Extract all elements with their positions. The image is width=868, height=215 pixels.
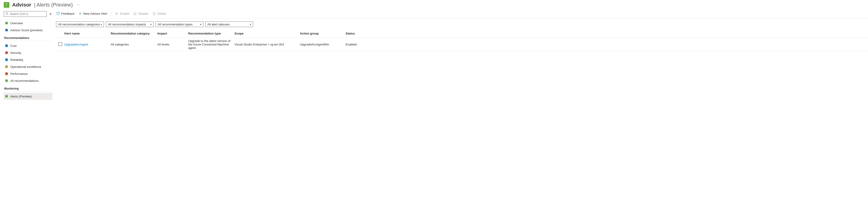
- trash-icon: [152, 12, 156, 15]
- svg-rect-3: [5, 29, 8, 32]
- col-scope[interactable]: Scope: [235, 32, 300, 35]
- page-header: ! Advisor | Alerts (Preview) ···: [0, 0, 868, 9]
- enable-button: Enable: [115, 12, 129, 15]
- cell-rec-type: Upgrade to the latest version of the Azu…: [188, 39, 235, 50]
- sidebar-item-label: Operational excellence: [10, 65, 41, 69]
- toolbar-separator: [111, 12, 111, 16]
- play-icon: [115, 12, 119, 15]
- advisor-icon: !: [4, 2, 9, 8]
- nav-icon: [5, 44, 8, 47]
- svg-rect-6: [5, 59, 8, 61]
- filter-type[interactable]: All recommendation types ▾: [156, 22, 204, 27]
- sidebar-item-performance[interactable]: Performance: [4, 70, 52, 77]
- nav-icon: [5, 28, 8, 32]
- plus-icon: [78, 12, 82, 15]
- row-checkbox[interactable]: [58, 42, 62, 46]
- col-impact[interactable]: Impact: [157, 32, 188, 35]
- filter-bar: All recommendation categories ▾ All reco…: [56, 19, 868, 29]
- delete-button: Delete: [152, 12, 166, 15]
- svg-line-15: [134, 13, 136, 14]
- table-row[interactable]: UpgradeArcAgentAll categoriesAll levelsU…: [56, 38, 868, 51]
- nav-icon: [5, 65, 8, 69]
- table-header: Alert name Recommendation category Impac…: [56, 29, 868, 38]
- svg-rect-16: [153, 13, 155, 15]
- chevron-down-icon: ▾: [250, 23, 251, 26]
- sidebar-item-label: Cost: [10, 44, 17, 47]
- disable-button: Disable: [133, 12, 148, 15]
- sidebar-section-recommendations: Recommendations: [4, 36, 52, 41]
- svg-rect-5: [5, 51, 8, 54]
- svg-rect-7: [5, 66, 8, 68]
- svg-rect-4: [5, 44, 8, 47]
- svg-rect-9: [5, 79, 8, 82]
- filter-category[interactable]: All recommendation categories ▾: [56, 22, 104, 27]
- cell-status: Enabled: [346, 43, 367, 46]
- svg-line-1: [7, 14, 8, 15]
- sidebar-item-label: Security: [10, 51, 21, 55]
- feedback-button[interactable]: Feedback: [56, 12, 74, 15]
- toolbar: Feedback New Advisor Alert Enable Disabl: [56, 9, 868, 19]
- collapse-sidebar-button[interactable]: [49, 12, 52, 16]
- chevron-down-icon: ▾: [150, 23, 152, 26]
- col-action-group[interactable]: Action group: [300, 32, 346, 35]
- cell-scope: Visual Studio Enterprise > rg-arc-001: [235, 43, 300, 46]
- svg-marker-13: [116, 12, 118, 15]
- nav-icon: [5, 79, 8, 82]
- nav-icon: [5, 51, 8, 55]
- page-title: | Alerts (Preview): [34, 2, 73, 8]
- cell-impact: All levels: [157, 43, 188, 46]
- service-name: Advisor: [12, 2, 31, 8]
- more-icon[interactable]: ···: [76, 3, 81, 7]
- search-input[interactable]: [4, 11, 47, 17]
- search-icon: [5, 12, 8, 16]
- new-advisor-alert-button[interactable]: New Advisor Alert: [78, 12, 107, 15]
- svg-point-0: [6, 12, 8, 14]
- sidebar-item-label: Overview: [10, 22, 23, 25]
- sidebar-item-label: Performance: [10, 72, 28, 76]
- cell-category: All categories: [111, 43, 157, 46]
- nav-icon: [5, 72, 8, 76]
- col-alert-name[interactable]: Alert name: [64, 32, 111, 35]
- filter-status[interactable]: All alert statuses ▾: [205, 22, 253, 27]
- sidebar-item-label: Alerts (Preview): [10, 95, 32, 98]
- sidebar: OverviewAdvisor Score (preview) Recommen…: [0, 9, 52, 100]
- svg-rect-2: [5, 22, 8, 25]
- alert-name-link[interactable]: UpgradeArcAgent: [64, 43, 88, 46]
- svg-rect-10: [5, 95, 8, 98]
- sidebar-item-label: Reliability: [10, 58, 23, 62]
- sidebar-item-all-recommendations[interactable]: All recommendations: [4, 77, 52, 84]
- chevron-down-icon: ▾: [101, 23, 102, 26]
- nav-icon: [5, 21, 8, 25]
- cell-action-group: UpgradeArcAgentWin: [300, 43, 346, 46]
- sidebar-item-reliability[interactable]: Reliability: [4, 56, 52, 63]
- nav-icon: [5, 95, 8, 98]
- chevron-down-icon: ▾: [200, 23, 201, 26]
- filter-impact[interactable]: All recommendation impacts ▾: [106, 22, 154, 27]
- sidebar-item-operational-excellence[interactable]: Operational excellence: [4, 63, 52, 70]
- sidebar-item-alerts-preview-[interactable]: Alerts (Preview): [4, 93, 52, 100]
- svg-rect-8: [5, 73, 8, 75]
- sidebar-item-label: Advisor Score (preview): [10, 29, 42, 32]
- col-category[interactable]: Recommendation category: [111, 32, 157, 35]
- sidebar-item-overview[interactable]: Overview: [4, 20, 52, 27]
- col-status[interactable]: Status: [346, 32, 367, 35]
- nav-icon: [5, 58, 8, 62]
- sidebar-item-label: All recommendations: [10, 79, 38, 82]
- col-rec-type[interactable]: Recommendation type: [188, 32, 235, 35]
- main-content: Feedback New Advisor Alert Enable Disabl: [52, 9, 868, 100]
- sidebar-item-advisor-score-preview-[interactable]: Advisor Score (preview): [4, 27, 52, 34]
- sidebar-section-monitoring: Monitoring: [4, 87, 52, 92]
- sidebar-item-cost[interactable]: Cost: [4, 42, 52, 49]
- sidebar-item-security[interactable]: Security: [4, 49, 52, 56]
- ban-icon: [133, 12, 137, 15]
- heart-icon: [56, 12, 60, 15]
